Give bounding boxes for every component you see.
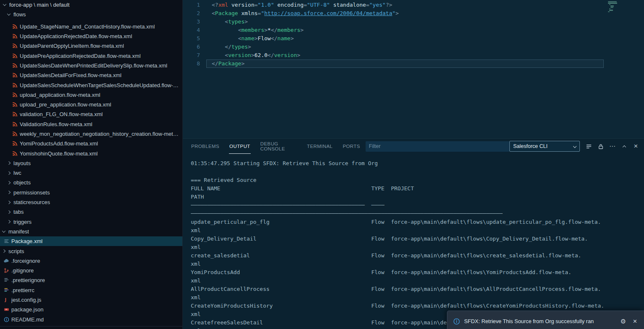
- code-line-8[interactable]: 8</Package>: [183, 60, 604, 68]
- panel-tabs: PROBLEMSOUTPUTDEBUG CONSOLETERMINALPORTS: [191, 139, 361, 154]
- tree-folder-staticresources[interactable]: staticresources: [0, 197, 182, 207]
- tree-item-label: YomiProductsAdd.flow-meta.xml: [20, 140, 98, 147]
- line-number: 1: [183, 1, 206, 9]
- vscode-window: force-app \ main \ defaultflowsUpdate_St…: [0, 0, 644, 329]
- tree-folder-layouts[interactable]: layouts: [0, 158, 182, 168]
- tree-item-label: manifest: [8, 228, 29, 235]
- code-text: <version>62.0</version>: [206, 51, 300, 60]
- tree-file-yomishohinquote-flow-meta-xml[interactable]: YomishohinQuote.flow-meta.xml: [0, 148, 182, 158]
- explorer-sidebar: force-app \ main \ defaultflowsUpdate_St…: [0, 0, 183, 329]
- tree-file-weekly-mon-negotiation-negotiation-history-creation-flow-meta-xml[interactable]: weekly_mon_negotiation_negotiation_histo…: [0, 129, 182, 139]
- tree-file-package-xml[interactable]: Package.xml: [0, 236, 182, 246]
- code-text: <Package xmlns="http://soap.sforce.com/2…: [206, 9, 399, 18]
- tree-item-label: permissionsets: [13, 189, 50, 196]
- minimap[interactable]: [604, 0, 644, 138]
- tab-ports[interactable]: PORTS: [342, 139, 360, 154]
- code-line-5[interactable]: 5 <name>Flow</name>: [183, 34, 604, 43]
- tree-file-yomiproductsadd-flow-meta-xml[interactable]: YomiProductsAdd.flow-meta.xml: [0, 139, 182, 148]
- tree-folder-objects[interactable]: objects: [0, 178, 182, 187]
- close-panel-icon[interactable]: ×: [632, 142, 640, 150]
- tree-file-validationrules-flow-meta-xml[interactable]: ValidationRules.flow-meta.xml: [0, 119, 182, 129]
- flow-file-icon: [12, 131, 18, 137]
- notification-gear-icon[interactable]: ⚙: [619, 317, 627, 325]
- tab-debug-console[interactable]: DEBUG CONSOLE: [260, 139, 297, 154]
- tree-item-label: package.json: [11, 306, 44, 313]
- tree-item-label: upload_application.flow-meta.xml: [20, 92, 100, 98]
- tree-file-forceignore[interactable]: .forceignore: [0, 256, 182, 266]
- tree-item-label: tabs: [13, 209, 24, 215]
- tree-folder-force-app-main-default[interactable]: force-app \ main \ default: [0, 0, 182, 10]
- line-number: 6: [183, 43, 206, 51]
- tree-folder-permissionsets[interactable]: permissionsets: [0, 188, 182, 197]
- tree-file-updatesalesschedulewhentargetsalesscheduleupdated-flow-meta-xml[interactable]: UpdateSalesScheduleWhenTargetSalesSchedu…: [0, 80, 182, 90]
- tree-file-updateapplicationrejecteddate-flow-meta-xml[interactable]: UpdateApplicationRejectedDate.flow-meta.…: [0, 31, 182, 41]
- tree-file-updatepreapplicationrejecteddate-flow-meta-xml[interactable]: UpdatePreApplicationRejectedDate.flow-me…: [0, 51, 182, 60]
- tree-file-validation-flg-on-flow-meta-xml[interactable]: validation_FLG_ON.flow-meta.xml: [0, 109, 182, 119]
- tree-file-prettierrc[interactable]: .prettierrc: [0, 285, 182, 295]
- flow-file-icon: [12, 34, 18, 39]
- tree-file-updatesalesdatewhenprintededitdeliveryslip-flow-meta-xml[interactable]: UpdateSalesDateWhenPrintedEditDeliverySl…: [0, 61, 182, 70]
- tree-file-package-json[interactable]: npackage.json: [0, 305, 182, 314]
- tree-item-label: layouts: [13, 160, 31, 166]
- code-text: </Package>: [206, 60, 244, 68]
- tree-item-label: UpdateParentOpptyLineItem.flow-meta.xml: [20, 43, 124, 49]
- chevron-down-icon: [2, 229, 5, 233]
- prettier_dim-file-icon: [3, 277, 9, 283]
- tree-file-jest-config-js[interactable]: Jjest.config.js: [0, 295, 182, 305]
- code-area[interactable]: 1<?xml version="1.0" encoding="UTF-8" st…: [183, 1, 604, 68]
- output-log[interactable]: 01:35:47.295 Starting SFDX: Retrieve Thi…: [191, 159, 644, 329]
- menu-lines-icon[interactable]: [585, 142, 593, 150]
- tab-problems[interactable]: PROBLEMS: [191, 139, 220, 154]
- flow-file-icon: [12, 82, 18, 88]
- tree-file-updateparentopptylineitem-flow-meta-xml[interactable]: UpdateParentOpptyLineItem.flow-meta.xml: [0, 41, 182, 51]
- notification-close-icon[interactable]: ×: [631, 317, 639, 325]
- code-line-1[interactable]: 1<?xml version="1.0" encoding="UTF-8" st…: [183, 1, 604, 9]
- tree-file-upload-pre-application-flow-meta-xml[interactable]: upload_pre_application.flow-meta.xml: [0, 100, 182, 109]
- tab-terminal[interactable]: TERMINAL: [306, 139, 333, 154]
- code-line-4[interactable]: 4 <members>*</members>: [183, 26, 604, 34]
- tree-file-prettierignore[interactable]: .prettierignore: [0, 275, 182, 285]
- chevron-right-icon: [7, 181, 10, 184]
- tree-file-updatesalesdetailforfixed-flow-meta-xml[interactable]: UpdateSalesDetailForFixed.flow-meta.xml: [0, 70, 182, 80]
- output-filter-input[interactable]: [366, 141, 509, 152]
- tree-file-readme-md[interactable]: README.md: [0, 315, 182, 324]
- tree-folder-scripts[interactable]: scripts: [0, 246, 182, 256]
- notification-message: SFDX: Retrieve This Source from Org succ…: [464, 318, 615, 324]
- minimap-line: [609, 10, 613, 10]
- tab-output[interactable]: OUTPUT: [229, 139, 251, 154]
- code-line-6[interactable]: 6 </types>: [183, 43, 604, 51]
- info-file-icon: [3, 316, 9, 322]
- flow-file-icon: [12, 102, 18, 108]
- output-channel-label: Salesforce CLI: [513, 143, 548, 149]
- outline-section-header[interactable]: OUTLINE: [0, 326, 182, 329]
- code-line-3[interactable]: 3 <types>: [183, 18, 604, 26]
- more-actions-icon[interactable]: ⋯: [608, 142, 616, 150]
- jest-file-icon: J: [3, 297, 9, 303]
- chevron-up-icon[interactable]: [620, 142, 628, 150]
- flow-file-icon: [12, 141, 18, 147]
- tree-folder-tabs[interactable]: tabs: [0, 207, 182, 217]
- lock-icon[interactable]: [597, 142, 605, 150]
- code-line-2[interactable]: 2<Package xmlns="http://soap.sforce.com/…: [183, 9, 604, 18]
- code-text: <types>: [206, 18, 248, 26]
- tree-folder-lwc[interactable]: lwc: [0, 168, 182, 178]
- tree-item-label: jest.config.js: [11, 297, 42, 303]
- chevron-right-icon: [7, 161, 10, 165]
- tree-folder-flows[interactable]: flows: [0, 10, 182, 19]
- flow-file-icon: [12, 150, 18, 156]
- tree-item-label: .prettierrc: [11, 287, 34, 293]
- package-file-icon: [3, 238, 9, 244]
- code-line-7[interactable]: 7 <version>62.0</version>: [183, 51, 604, 60]
- tree-file-upload-application-flow-meta-xml[interactable]: upload_application.flow-meta.xml: [0, 90, 182, 100]
- line-number: 7: [183, 51, 206, 60]
- output-channel-select[interactable]: Salesforce CLI: [509, 141, 580, 152]
- tree-folder-triggers[interactable]: triggers: [0, 217, 182, 227]
- tree-file-gitignore[interactable]: .gitignore: [0, 266, 182, 275]
- tree-item-label: UpdateSalesDateWhenPrintedEditDeliverySl…: [20, 62, 167, 69]
- minimap-line: [608, 1, 617, 2]
- notification-toast: SFDX: Retrieve This Source from Org succ…: [447, 311, 644, 329]
- tree-file-update-stagename-and-contacthistory-flow-meta-xml[interactable]: Update_StageName_and_ContactHistory.flow…: [0, 22, 182, 31]
- minimap-line: [610, 7, 613, 8]
- line-number: 5: [183, 34, 206, 43]
- tree-folder-manifest[interactable]: manifest: [0, 227, 182, 236]
